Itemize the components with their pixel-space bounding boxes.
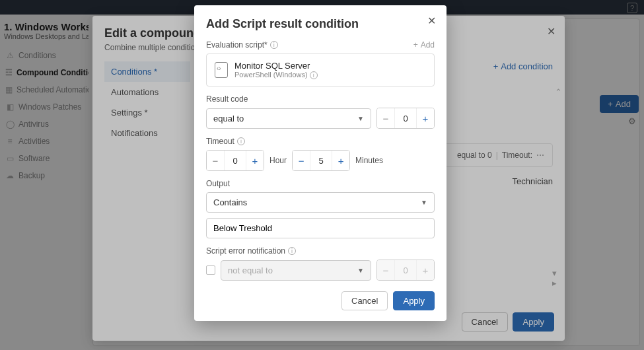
script-error-op-select[interactable]: not equal to▼ [221,260,371,281]
minus-button[interactable]: − [207,151,224,170]
eval-script-label: Evaluation script* i +Add [206,40,435,50]
timeout-label: Timeouti [206,137,435,146]
modal-footer: Cancel Apply [206,291,435,310]
script-error-label: Script error notificationi [206,246,435,256]
result-value-stepper[interactable]: − + [376,108,435,129]
script-name: Monitor SQL Server [234,61,318,71]
chevron-down-icon: ▼ [357,267,364,274]
info-icon[interactable]: i [237,137,245,145]
script-sub: PowerShell (Windows) i [234,71,318,79]
result-code-label: Result code [206,94,435,104]
apply-button[interactable]: Apply [393,291,435,310]
plus-icon: + [413,40,418,50]
plus-button[interactable]: + [332,151,349,170]
info-icon[interactable]: i [270,41,278,49]
minus-button[interactable]: − [377,108,394,128]
result-value-input[interactable] [394,108,417,128]
info-icon[interactable]: i [288,247,296,255]
script-error-checkbox[interactable] [206,265,215,275]
script-icon [215,62,228,78]
script-error-stepper: − + [376,260,435,281]
hours-unit: Hour [269,156,287,165]
plus-button: + [417,260,434,280]
minus-button: − [377,260,394,280]
plus-button[interactable]: + [417,108,434,128]
close-icon[interactable]: ✕ [427,15,436,27]
result-op-select[interactable]: equal to▼ [206,108,371,129]
minutes-unit: Minutes [355,156,383,165]
info-icon[interactable]: i [310,71,318,79]
output-label: Output [206,179,435,188]
script-box[interactable]: Monitor SQL Server PowerShell (Windows) … [206,53,435,87]
script-error-value-input [394,260,417,280]
add-script-link[interactable]: +Add [413,40,435,50]
minutes-input[interactable] [310,151,332,170]
chevron-down-icon: ▼ [357,115,364,122]
minutes-stepper[interactable]: − + [292,150,350,171]
minus-button[interactable]: − [293,151,310,170]
hours-stepper[interactable]: − + [206,150,264,171]
hours-input[interactable] [224,151,246,170]
add-script-modal: ✕ Add Script result condition Evaluation… [194,5,447,321]
output-value-input[interactable] [206,218,435,238]
output-op-select[interactable]: Contains▼ [206,192,435,213]
chevron-down-icon: ▼ [421,199,427,206]
plus-button[interactable]: + [246,151,264,170]
modal-title: Add Script result condition [206,17,435,31]
cancel-button[interactable]: Cancel [341,291,388,310]
